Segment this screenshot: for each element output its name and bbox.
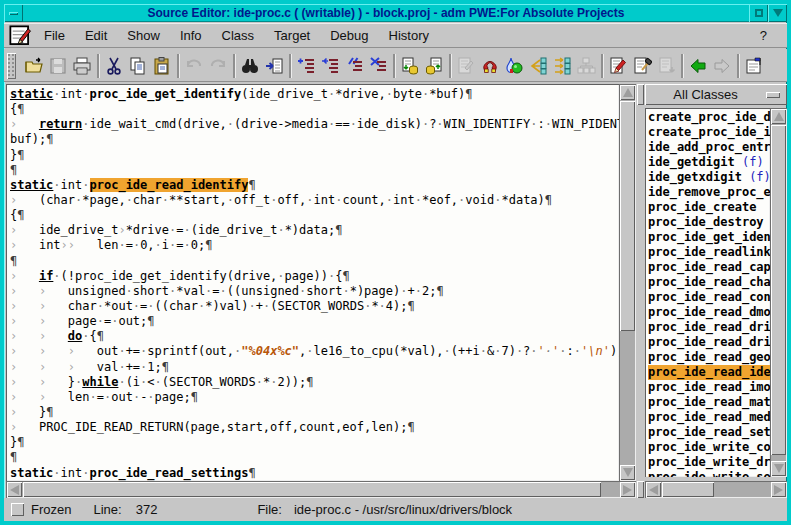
copy-button[interactable] bbox=[126, 53, 150, 79]
class-list-item[interactable]: proc_ide_read_media bbox=[648, 410, 770, 425]
properties-button[interactable] bbox=[742, 53, 766, 79]
build-button[interactable] bbox=[630, 53, 654, 79]
paste-button[interactable] bbox=[150, 53, 174, 79]
pane-sash[interactable] bbox=[637, 84, 644, 105]
class-list-item[interactable]: ide_remove_proc_entries bbox=[648, 185, 770, 200]
class-list-item[interactable]: proc_ide_read_config bbox=[648, 290, 770, 305]
window-menu-dash-icon bbox=[9, 12, 18, 15]
line-label: Line: bbox=[93, 502, 121, 517]
class-list-item[interactable]: create_proc_ide_interfaces bbox=[648, 125, 770, 140]
class-list-item[interactable]: proc_ide_read_driver bbox=[648, 320, 770, 335]
class-list-item[interactable]: ide_getdigit (f) bbox=[648, 155, 770, 170]
class-list-item[interactable]: proc_ide_readlink bbox=[648, 245, 770, 260]
navigate-back-button[interactable] bbox=[686, 53, 710, 79]
redo-button[interactable] bbox=[206, 53, 230, 79]
arrow-down-icon bbox=[623, 468, 633, 477]
class-list-item[interactable]: proc_ide_write_settings bbox=[648, 470, 770, 477]
menu-info[interactable]: Info bbox=[170, 25, 212, 46]
scroll-up-button[interactable] bbox=[620, 85, 635, 100]
class-list-item[interactable]: proc_ide_read_drivers bbox=[648, 335, 770, 350]
statusbar: Frozen Line: 372 File: ide-proc.c - /usr… bbox=[4, 498, 787, 521]
class-list-item[interactable]: proc_ide_read_settings bbox=[648, 425, 770, 440]
class-list-item[interactable]: proc_ide_read_imodel bbox=[648, 380, 770, 395]
class-horizontal-scrollbar[interactable] bbox=[645, 481, 787, 498]
editor-vscroll-thumb[interactable] bbox=[620, 101, 635, 331]
window-shade-button[interactable] bbox=[768, 4, 787, 22]
menu-file[interactable]: File bbox=[34, 25, 75, 46]
scroll-right-button[interactable] bbox=[771, 482, 786, 497]
find-next-button[interactable] bbox=[262, 53, 286, 79]
menu-class[interactable]: Class bbox=[212, 25, 265, 46]
edit-template-button[interactable] bbox=[454, 53, 478, 79]
annotate-button[interactable] bbox=[606, 53, 630, 79]
class-list-item[interactable]: create_proc_ide_drives bbox=[648, 110, 770, 125]
class-list-item[interactable]: ide_add_proc_entries bbox=[648, 140, 770, 155]
class-list-item[interactable]: proc_ide_read_channel bbox=[648, 275, 770, 290]
check-in-icon bbox=[424, 56, 444, 76]
class-list-item[interactable]: proc_ide_read_dmodel bbox=[648, 305, 770, 320]
scroll-down-button[interactable] bbox=[771, 461, 786, 476]
arrow-right-icon bbox=[774, 485, 783, 495]
indent-add-button[interactable] bbox=[294, 53, 318, 79]
maximize-button[interactable] bbox=[749, 4, 768, 22]
menu-target[interactable]: Target bbox=[264, 25, 320, 46]
scroll-up-button[interactable] bbox=[771, 109, 786, 124]
undo-button[interactable] bbox=[182, 53, 206, 79]
class-list-item[interactable]: proc_ide_read_identify bbox=[648, 365, 770, 380]
export-button[interactable] bbox=[654, 53, 678, 79]
class-list[interactable]: create_proc_ide_drivescreate_proc_ide_in… bbox=[645, 108, 770, 477]
titlebar[interactable]: Source Editor: ide-proc.c ( (writable) )… bbox=[4, 4, 787, 22]
class-list-item[interactable]: proc_ide_read_geometry bbox=[648, 350, 770, 365]
class-list-item[interactable]: ide_getxdigit (f) bbox=[648, 170, 770, 185]
uncomment-button[interactable] bbox=[366, 53, 390, 79]
scroll-right-button[interactable] bbox=[620, 482, 635, 497]
class-hscroll-thumb[interactable] bbox=[662, 482, 714, 497]
find-button[interactable] bbox=[238, 53, 262, 79]
save-button[interactable] bbox=[46, 53, 70, 79]
hierarchy-button[interactable] bbox=[574, 53, 598, 79]
menu-debug[interactable]: Debug bbox=[320, 25, 378, 46]
scroll-down-button[interactable] bbox=[620, 465, 635, 480]
editor-horizontal-scrollbar[interactable] bbox=[6, 481, 636, 498]
class-browser-panel: All Classes create_proc_ide_drivescreate… bbox=[645, 84, 787, 498]
print-button[interactable] bbox=[70, 53, 94, 79]
pane-sash-handle[interactable] bbox=[637, 481, 644, 498]
cut-button[interactable] bbox=[102, 53, 126, 79]
scroll-left-button[interactable] bbox=[7, 482, 22, 497]
check-in-button[interactable] bbox=[422, 53, 446, 79]
class-vertical-scrollbar[interactable] bbox=[770, 108, 787, 477]
class-list-item[interactable]: proc_ide_create bbox=[648, 200, 770, 215]
scroll-left-button[interactable] bbox=[646, 482, 661, 497]
menu-help[interactable]: ? bbox=[754, 25, 773, 46]
save-floppy-icon bbox=[48, 56, 68, 76]
navigate-forward-button[interactable] bbox=[710, 53, 734, 79]
editor-vertical-scrollbar[interactable] bbox=[619, 84, 636, 481]
scissors-icon bbox=[104, 56, 124, 76]
colorize-button[interactable] bbox=[502, 53, 526, 79]
class-list-item[interactable]: proc_ide_read_mate bbox=[648, 395, 770, 410]
class-list-item[interactable]: proc_ide_write_driver bbox=[648, 455, 770, 470]
magnet-button[interactable] bbox=[478, 53, 502, 79]
class-list-item[interactable]: proc_ide_write_config bbox=[648, 440, 770, 455]
code-area[interactable]: static·int·proc_ide_get_identify(ide_dri… bbox=[6, 84, 619, 481]
back-arrow-icon bbox=[688, 56, 708, 76]
comment-button[interactable] bbox=[342, 53, 366, 79]
frozen-checkbox[interactable] bbox=[11, 503, 24, 516]
indent-remove-button[interactable] bbox=[318, 53, 342, 79]
arrow-left-icon bbox=[10, 485, 19, 495]
merge-collapse-button[interactable] bbox=[526, 53, 550, 79]
window-menu-button[interactable] bbox=[4, 4, 23, 22]
menu-history[interactable]: History bbox=[379, 25, 439, 46]
check-out-button[interactable] bbox=[398, 53, 422, 79]
menu-edit[interactable]: Edit bbox=[75, 25, 117, 46]
class-list-item[interactable]: proc_ide_read_capacity bbox=[648, 260, 770, 275]
menu-show[interactable]: Show bbox=[117, 25, 170, 46]
merge-expand-button[interactable] bbox=[550, 53, 574, 79]
open-button[interactable] bbox=[22, 53, 46, 79]
editor-hscroll-thumb[interactable] bbox=[23, 482, 601, 497]
class-vscroll-thumb[interactable] bbox=[771, 125, 786, 455]
class-filter-dropdown[interactable]: All Classes bbox=[645, 84, 787, 105]
class-list-item[interactable]: proc_ide_get_identify bbox=[648, 230, 770, 245]
toolbar-grip[interactable] bbox=[7, 53, 16, 79]
class-list-item[interactable]: proc_ide_destroy bbox=[648, 215, 770, 230]
